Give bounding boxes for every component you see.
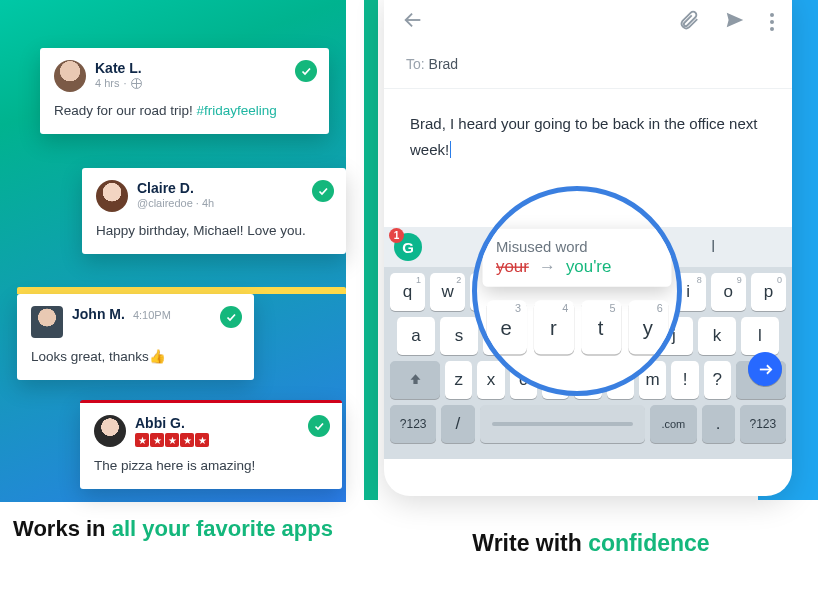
corrected-word: you're xyxy=(566,257,611,276)
grammarly-check-icon xyxy=(295,60,317,82)
key-r[interactable]: r4 xyxy=(533,300,574,354)
star-rating: ★★★★★ xyxy=(135,433,209,447)
symbols-key[interactable]: ?123 xyxy=(390,405,436,443)
arrow-icon: → xyxy=(534,257,562,276)
key-z[interactable]: z xyxy=(445,361,472,399)
grammarly-check-icon xyxy=(220,306,242,328)
correction-magnifier: Misused word your → you're e3 r4 t5 y6 xyxy=(472,186,682,396)
post-card-yelp: Abbi G. ★★★★★ The pizza here is amazing! xyxy=(80,400,342,489)
post-body: The pizza here is amazing! xyxy=(94,457,328,475)
key-t[interactable]: t5 xyxy=(580,300,621,354)
key-![interactable]: ! xyxy=(671,361,698,399)
key-k[interactable]: k xyxy=(698,317,736,355)
correction-tooltip[interactable]: Misused word your → you're xyxy=(483,228,672,286)
post-meta: @clairedoe · 4h xyxy=(137,197,214,209)
dotcom-key[interactable]: .com xyxy=(650,405,696,443)
left-panel: Kate L. 4 hrs · Ready for our road trip!… xyxy=(0,0,346,602)
text-cursor xyxy=(450,141,451,158)
right-panel: To: Brad Brad, I heard your going to be … xyxy=(364,0,818,602)
slack-accent-strip xyxy=(17,287,346,294)
post-card-facebook: Kate L. 4 hrs · Ready for our road trip!… xyxy=(40,48,329,134)
send-icon[interactable] xyxy=(724,9,746,35)
panel-caption: Works in all your favorite apps xyxy=(0,515,346,544)
avatar xyxy=(96,180,128,212)
slash-key[interactable]: / xyxy=(441,405,474,443)
avatar xyxy=(31,306,63,338)
key-?[interactable]: ? xyxy=(704,361,731,399)
key-a[interactable]: a xyxy=(397,317,435,355)
post-meta: 4:10PM xyxy=(133,309,171,321)
panel-caption: Write with confidence xyxy=(364,530,818,557)
globe-icon xyxy=(131,78,142,89)
author-name: Kate L. xyxy=(95,60,142,76)
author-name: John M. xyxy=(72,306,125,322)
magnified-keys: e3 r4 t5 y6 xyxy=(483,300,672,354)
key-x[interactable]: x xyxy=(477,361,504,399)
left-edge-accent xyxy=(364,0,378,500)
symbols-key-right[interactable]: ?123 xyxy=(740,405,786,443)
post-meta: 4 hrs · xyxy=(95,77,142,89)
key-y[interactable]: y6 xyxy=(628,300,669,354)
compose-appbar xyxy=(384,0,792,48)
spacebar-key[interactable] xyxy=(480,405,646,443)
attachment-icon[interactable] xyxy=(678,9,700,35)
key-e[interactable]: e3 xyxy=(486,300,527,354)
enter-key[interactable] xyxy=(748,352,782,386)
wrong-word: your xyxy=(496,257,529,276)
key-q[interactable]: q1 xyxy=(390,273,425,311)
shift-key[interactable] xyxy=(390,361,440,399)
to-field[interactable]: To: Brad xyxy=(384,48,792,89)
author-name: Abbi G. xyxy=(135,415,209,431)
correction-label: Misused word xyxy=(496,238,658,254)
author-name: Claire D. xyxy=(137,180,214,196)
post-body: Looks great, thanks👍 xyxy=(31,348,240,366)
grammarly-check-icon xyxy=(308,415,330,437)
period-key[interactable]: . xyxy=(702,405,735,443)
key-w[interactable]: w2 xyxy=(430,273,465,311)
post-card-twitter: Claire D. @clairedoe · 4h Happy birthday… xyxy=(82,168,346,254)
back-icon[interactable] xyxy=(402,9,424,35)
grammarly-check-icon xyxy=(312,180,334,202)
post-body: Ready for our road trip! #fridayfeeling xyxy=(54,102,315,120)
key-l[interactable]: l xyxy=(741,317,779,355)
key-p[interactable]: p0 xyxy=(751,273,786,311)
post-card-slack: John M. 4:10PM Looks great, thanks👍 xyxy=(17,294,254,380)
overflow-icon[interactable] xyxy=(770,13,774,31)
hashtag: #fridayfeeling xyxy=(197,103,277,118)
avatar xyxy=(54,60,86,92)
post-body: Happy birthday, Michael! Love you. xyxy=(96,222,332,240)
key-s[interactable]: s xyxy=(440,317,478,355)
grammarly-keyboard-icon[interactable]: G xyxy=(394,233,422,261)
avatar xyxy=(94,415,126,447)
key-o[interactable]: o9 xyxy=(711,273,746,311)
